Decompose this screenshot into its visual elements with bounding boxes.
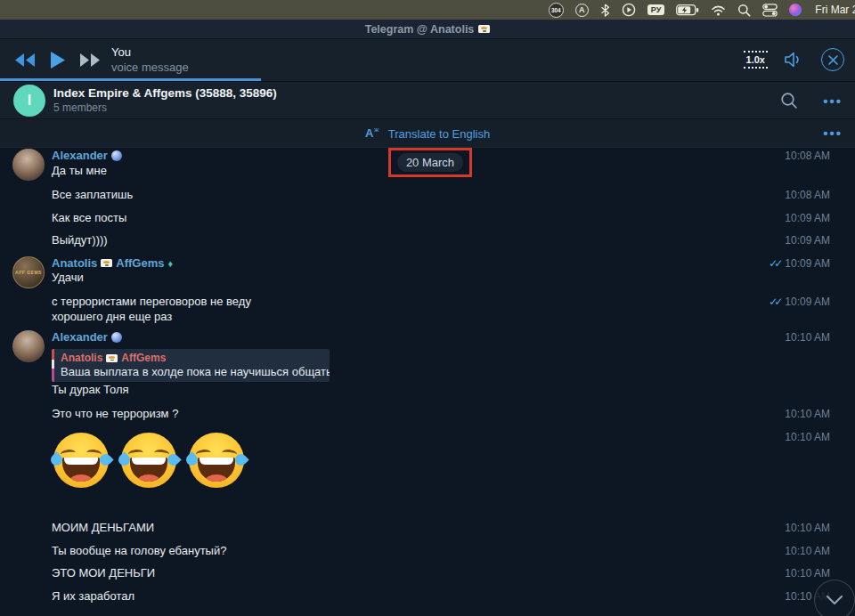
message-time: 10:08 AM (785, 150, 830, 162)
cyprus-flag-emoji (478, 25, 490, 33)
close-player-button[interactable] (821, 48, 844, 71)
laughing-emoji-message[interactable] (53, 433, 244, 488)
translate-bar[interactable]: Aж Translate to English ••• (0, 119, 855, 148)
chat-title: Index Empire & Affgems (35888, 35896) (53, 86, 277, 100)
message-time: 10:09 AM (785, 212, 830, 224)
playback-icon[interactable] (622, 3, 636, 17)
message-text[interactable]: ЭТО МОИ ДЕНЬГИ (52, 566, 155, 580)
date-chip[interactable]: 20 March (397, 153, 463, 172)
speaker-icon[interactable] (782, 49, 807, 70)
scroll-to-bottom-button[interactable] (814, 580, 855, 616)
message-time: 10:10 AM (785, 567, 830, 580)
message-time: 10:10 AM (785, 408, 830, 420)
disco-ball-emoji (111, 332, 122, 343)
disco-ball-emoji (111, 150, 122, 161)
laughing-emoji (189, 433, 244, 488)
message-text[interactable]: Это что не терроризм ? (52, 407, 178, 420)
message-text[interactable]: Выйдут)))) (52, 233, 108, 247)
message-time: ✓✓10:09 AM (769, 296, 830, 308)
read-checks-icon: ✓✓ (769, 257, 779, 270)
bluetooth-icon[interactable] (600, 4, 610, 17)
avatar-affgems[interactable]: AFF GEMS (12, 256, 45, 288)
menu-bar-clock[interactable]: Fri Mar 21 (813, 4, 855, 16)
sender-name-anatolis[interactable]: Anatolis AffGems ♦ (52, 256, 173, 270)
sender-name-alexander[interactable]: Alexander (52, 149, 122, 162)
voice-player-bar: You voice message 1.0x (0, 39, 855, 82)
message-text[interactable]: Да ты мне (52, 164, 107, 177)
window-title: Telegram @ Anatolis (365, 23, 475, 36)
sender-name-alexander[interactable]: Alexander (52, 330, 122, 344)
chat-menu-kebab-icon[interactable]: ••• (823, 94, 843, 108)
app-badge-304[interactable]: 304 (549, 3, 564, 18)
search-icon[interactable] (780, 92, 798, 109)
rewind-button[interactable] (12, 52, 37, 69)
player-progress-bar[interactable] (0, 78, 855, 81)
message-text[interactable]: Ты дурак Толя (52, 383, 129, 396)
laughing-emoji (53, 433, 109, 488)
player-media-type: voice message (111, 61, 189, 74)
message-text[interactable]: Удачи (52, 271, 84, 284)
message-time: 10:10 AM (785, 522, 830, 534)
red-annotation-box: 20 March (388, 148, 472, 177)
message-text[interactable]: Все заплатишь (52, 188, 133, 201)
fast-forward-button[interactable] (77, 52, 102, 69)
svg-text:A: A (365, 126, 374, 140)
spotlight-search-icon[interactable] (737, 4, 751, 17)
input-source-ru[interactable]: РУ (647, 4, 664, 15)
cyprus-flag-emoji (106, 354, 118, 362)
svg-text:ж: ж (374, 126, 379, 134)
player-progress-fill (0, 78, 261, 81)
message-text[interactable]: с террористами переговоров не веду хорош… (52, 294, 251, 324)
laughing-emoji (121, 433, 176, 488)
message-time: 10:10 AM (785, 431, 830, 443)
message-time: ✓✓10:09 AM (769, 257, 830, 270)
message-time: 10:09 AM (785, 234, 830, 247)
macos-menu-bar: 304 A РУ Fri Mar 21 (0, 0, 855, 20)
battery-charging-icon[interactable] (676, 4, 699, 16)
chat-members-count: 5 members (53, 101, 107, 114)
message-time: 10:10 AM (785, 331, 830, 344)
message-text[interactable]: МОИМ ДЕНЬГАМИ (52, 521, 154, 534)
cyprus-flag-emoji (101, 259, 112, 267)
avatar-alexander[interactable] (12, 330, 45, 362)
avatar-alexander[interactable] (12, 149, 45, 181)
player-sender: You (111, 45, 189, 59)
read-checks-icon: ✓✓ (769, 296, 779, 308)
window-title-bar: Telegram @ Anatolis (0, 20, 855, 39)
gem-emoji: ♦ (167, 258, 173, 269)
siri-icon[interactable] (789, 4, 802, 16)
message-text[interactable]: Ты вообще на голову ебанутый? (52, 544, 226, 557)
message-time: 10:10 AM (785, 545, 830, 557)
translate-icon: Aж (365, 125, 381, 143)
control-center-icon[interactable] (762, 4, 778, 17)
translate-label: Translate to English (388, 127, 490, 141)
play-button[interactable] (48, 50, 67, 70)
reply-quoted-text: Ваша выплата в холде пока не научишься о… (61, 365, 322, 378)
anarchy-app-icon[interactable]: A (575, 4, 589, 17)
chat-header[interactable]: I Index Empire & Affgems (35888, 35896) … (0, 82, 855, 119)
reply-quote[interactable]: Anatolis AffGems Ваша выплата в холде по… (52, 349, 330, 382)
wifi-icon[interactable] (711, 4, 726, 16)
chat-avatar[interactable]: I (13, 85, 45, 117)
message-text[interactable]: Как все посты (52, 211, 126, 224)
playback-speed-button[interactable]: 1.0x (744, 51, 768, 69)
translate-kebab-icon[interactable]: ••• (823, 126, 843, 140)
reply-stripe (52, 349, 54, 382)
message-text[interactable]: Я их заработал (52, 589, 134, 603)
message-time: 10:08 AM (785, 189, 830, 201)
